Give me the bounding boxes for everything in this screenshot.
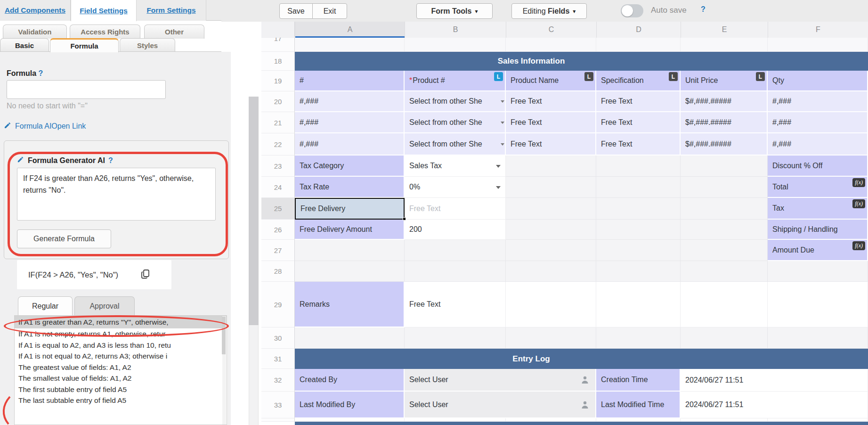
- cell-D20[interactable]: Free Text: [596, 91, 681, 112]
- row-header-25[interactable]: 25: [261, 198, 295, 220]
- cell-F25[interactable]: Taxf(x): [768, 198, 868, 220]
- cell-C26[interactable]: [506, 220, 596, 240]
- cell-A32[interactable]: Created By: [295, 369, 405, 392]
- row-header-23[interactable]: 23: [261, 155, 295, 177]
- cell-B25[interactable]: Free Text: [405, 198, 506, 220]
- cell-F21[interactable]: #,###: [768, 112, 868, 133]
- dropdown-caret-icon[interactable]: [501, 122, 504, 124]
- cell-A17[interactable]: [295, 38, 405, 52]
- cell-D34[interactable]: [596, 418, 681, 422]
- generate-formula-button[interactable]: Generate Formula: [17, 229, 111, 248]
- form-tools-dropdown[interactable]: Form Tools ▾: [416, 3, 493, 19]
- cell-B22[interactable]: Select from other She: [405, 133, 506, 155]
- cell-C24[interactable]: [506, 177, 596, 198]
- fill-handle[interactable]: [403, 217, 406, 221]
- cell-E23[interactable]: [681, 155, 768, 177]
- cell-B32[interactable]: Select User: [405, 369, 596, 392]
- cell-B19[interactable]: *Product #L: [405, 71, 506, 91]
- cell-A33[interactable]: Last Modified By: [295, 392, 405, 418]
- row-header-30[interactable]: 30: [261, 327, 295, 349]
- cell-E28[interactable]: [681, 261, 768, 282]
- exit-button[interactable]: Exit: [312, 3, 347, 19]
- cell-E34[interactable]: [681, 418, 768, 422]
- cell-A22[interactable]: #,###: [295, 133, 405, 155]
- cell-F29[interactable]: [768, 282, 868, 327]
- cell-B24[interactable]: 0%: [405, 177, 506, 198]
- row-header-33[interactable]: 33: [261, 392, 295, 418]
- cell-A26[interactable]: Free Delivery Amount: [295, 220, 405, 240]
- cell-D32[interactable]: Creation Time: [596, 369, 681, 392]
- auto-save-help-icon[interactable]: ?: [701, 5, 706, 14]
- cell-C19[interactable]: Product NameL: [506, 71, 596, 91]
- cell-E22[interactable]: $#,###.#####: [681, 133, 768, 155]
- corner-cell[interactable]: [261, 22, 295, 38]
- formula-help-icon[interactable]: ?: [39, 69, 43, 77]
- tab-form-settings[interactable]: Form Settings: [137, 0, 206, 21]
- row-header-26[interactable]: 26: [261, 220, 295, 240]
- cell-E24[interactable]: [681, 177, 768, 198]
- cell-A25[interactable]: Free Delivery: [295, 198, 405, 220]
- dropdown-caret-icon[interactable]: [496, 186, 501, 189]
- tab-approval[interactable]: Approval: [74, 296, 135, 315]
- column-header-A[interactable]: A: [295, 22, 405, 38]
- tab-add-components[interactable]: Add Components: [0, 0, 71, 21]
- cell-E20[interactable]: $#,###.#####: [681, 91, 768, 112]
- cell-C34[interactable]: [506, 418, 596, 422]
- column-header-F[interactable]: F: [768, 22, 868, 38]
- cell-C30[interactable]: [506, 327, 596, 349]
- cell-B33[interactable]: Select User: [405, 392, 596, 418]
- cell-B29[interactable]: Free Text: [405, 282, 506, 327]
- subtab-basic[interactable]: Basic: [0, 38, 49, 52]
- cell-C25[interactable]: [506, 198, 596, 220]
- row-header-31[interactable]: 31: [261, 349, 295, 369]
- cell-E17[interactable]: [681, 38, 768, 52]
- cell-D24[interactable]: [596, 177, 681, 198]
- cell-C23[interactable]: [506, 155, 596, 177]
- cell-F27[interactable]: Amount Duef(x): [768, 240, 868, 261]
- row-header-21[interactable]: 21: [261, 112, 295, 133]
- cell-F34[interactable]: [768, 418, 868, 422]
- cell-A23[interactable]: Tax Category: [295, 155, 405, 177]
- cell-A19[interactable]: #: [295, 71, 405, 91]
- template-list-item[interactable]: If A1 is greater than A2, returns "Y", o…: [15, 316, 227, 328]
- row-header-22[interactable]: 22: [261, 133, 295, 155]
- cell-C29[interactable]: [506, 282, 596, 327]
- formula-input[interactable]: [7, 80, 166, 99]
- cell-E33[interactable]: 2024/06/27 11:51: [681, 392, 868, 418]
- template-list-item[interactable]: The last subtable entry of field A5: [15, 395, 227, 406]
- row-header-27[interactable]: 27: [261, 240, 295, 261]
- cell-F26[interactable]: Shipping / Handling: [768, 220, 868, 240]
- cell-D17[interactable]: [596, 38, 681, 52]
- cell-E21[interactable]: $#,###.#####: [681, 112, 768, 133]
- cell-D19[interactable]: SpecificationL: [596, 71, 681, 91]
- cell-B17[interactable]: [405, 38, 506, 52]
- cell-B23[interactable]: Sales Tax: [405, 155, 506, 177]
- cell-A27[interactable]: [295, 240, 405, 261]
- column-header-B[interactable]: B: [405, 22, 506, 38]
- cell-F23[interactable]: Discount % Off: [768, 155, 868, 177]
- subtab-validation[interactable]: Validation: [3, 25, 67, 39]
- dropdown-caret-icon[interactable]: [501, 100, 504, 103]
- cell-B26[interactable]: 200: [405, 220, 506, 240]
- subtab-formula[interactable]: Formula: [50, 38, 119, 52]
- column-header-E[interactable]: E: [681, 22, 768, 38]
- generator-help-icon[interactable]: ?: [108, 156, 113, 165]
- row-header-32[interactable]: 32: [261, 369, 295, 392]
- cell-D28[interactable]: [596, 261, 681, 282]
- cell-E27[interactable]: [681, 240, 768, 261]
- cell-F17[interactable]: [768, 38, 868, 52]
- subtab-styles[interactable]: Styles: [120, 38, 175, 52]
- cell-C17[interactable]: [506, 38, 596, 52]
- cell-B27[interactable]: [405, 240, 506, 261]
- cell-D33[interactable]: Last Modified Time: [596, 392, 681, 418]
- cell-C28[interactable]: [506, 261, 596, 282]
- cell-D25[interactable]: [596, 198, 681, 220]
- cell-D22[interactable]: Free Text: [596, 133, 681, 155]
- cell-B28[interactable]: [405, 261, 506, 282]
- cell-A24[interactable]: Tax Rate: [295, 177, 405, 198]
- cell-D21[interactable]: Free Text: [596, 112, 681, 133]
- cell-D23[interactable]: [596, 155, 681, 177]
- template-list-item[interactable]: The greatest value of fields: A1, A2: [15, 362, 227, 373]
- cell-E26[interactable]: [681, 220, 768, 240]
- cell-D27[interactable]: [596, 240, 681, 261]
